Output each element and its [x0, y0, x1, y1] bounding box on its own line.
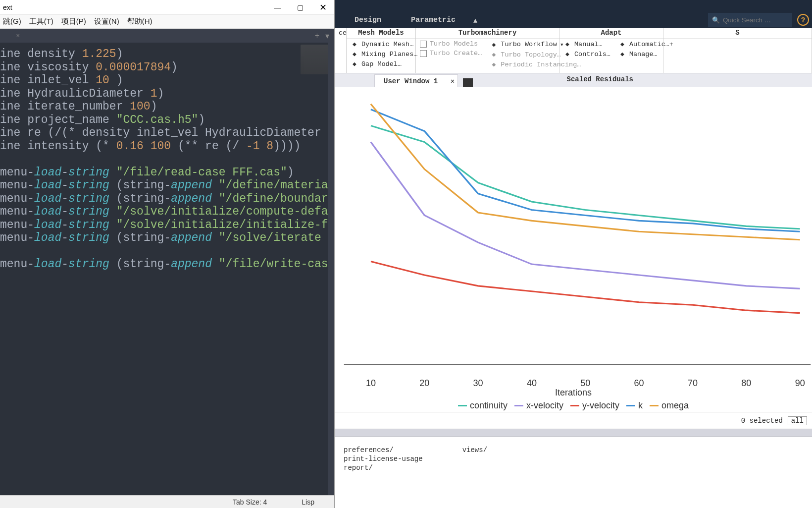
x-ticks: 102030405060708090: [335, 378, 812, 388]
plus-icon: +: [667, 40, 675, 48]
editor-tab[interactable]: ×: [0, 29, 25, 43]
tab-dropdown-icon[interactable]: ▾: [325, 31, 329, 41]
text-editor-window: ext — ▢ ✕ 跳(G) 工具(T) 项目(P) 设置(N) 帮助(H) ×…: [0, 0, 335, 508]
maximize-button[interactable]: ▢: [289, 0, 311, 15]
tui-cmd[interactable]: views/: [462, 446, 487, 454]
quick-search[interactable]: 🔍: [708, 13, 792, 27]
editor-tabrow: × + ▾: [0, 29, 334, 43]
x-axis-label: Iterations: [335, 388, 812, 398]
fluent-titlebar-area[interactable]: [335, 0, 812, 12]
fluent-tabbar: Design Parametric ▴ 🔍 ?: [335, 12, 812, 28]
console[interactable]: preferences/print-license-usagereport/ v…: [335, 437, 812, 508]
minimize-button[interactable]: —: [266, 0, 289, 15]
search-input[interactable]: [723, 16, 782, 24]
ribbon-item-manage-[interactable]: ◆Manage…: [618, 50, 669, 58]
selection-count: 0 selected: [741, 417, 783, 425]
selection-filter[interactable]: all: [788, 416, 807, 425]
close-icon[interactable]: ✕: [451, 77, 455, 85]
ribbon-item-turbo-models[interactable]: Turbo Models: [420, 40, 482, 48]
legend-k[interactable]: k: [626, 400, 643, 411]
add-button[interactable]: +: [667, 40, 675, 49]
console-grip[interactable]: [335, 429, 812, 437]
status-syntax[interactable]: Lisp: [302, 498, 314, 506]
editor-statusbar: Tab Size: 4 Lisp: [0, 495, 334, 508]
ctl-icon: ◆: [563, 50, 571, 58]
ribbon-item-turbo-create-[interactable]: Turbo Create…: [420, 49, 482, 57]
chart-plot[interactable]: 102030405060708090 Iterations continuity…: [335, 87, 812, 412]
group-turbomachinery: Turbomachinery: [416, 28, 559, 39]
gap-icon: ◆: [351, 60, 358, 68]
selection-bar: 0 selected all: [335, 412, 812, 429]
dyn-icon: ◆: [351, 40, 358, 48]
ribbon-item-gap-model-[interactable]: ◆Gap Model…: [351, 59, 417, 68]
new-tab-icon[interactable]: +: [315, 31, 319, 41]
editor-title: ext: [0, 3, 12, 11]
menu-settings[interactable]: 设置(N): [94, 17, 119, 26]
menu-help[interactable]: 帮助(H): [127, 17, 152, 26]
checkbox-icon[interactable]: [420, 50, 427, 57]
group-s: S: [663, 28, 812, 39]
scrollbar[interactable]: [328, 43, 334, 495]
graphics-tab-user-window[interactable]: User Window 1 ✕: [374, 74, 458, 87]
ribbon-item-mixing-planes-[interactable]: ◆Mixing Planes…: [351, 50, 417, 58]
tui-cmd[interactable]: preferences/: [344, 446, 423, 454]
wf-icon: ◆: [490, 41, 498, 49]
editor-menubar: 跳(G) 工具(T) 项目(P) 设置(N) 帮助(H): [0, 15, 334, 29]
editor-titlebar[interactable]: ext — ▢ ✕: [0, 0, 334, 15]
console-panel: preferences/print-license-usagereport/ v…: [335, 429, 812, 508]
ribbon-item-dynamic-mesh-[interactable]: ◆Dynamic Mesh…: [351, 40, 417, 49]
fluent-window: Design Parametric ▴ 🔍 ? ces Mesh Models …: [335, 0, 812, 508]
ribbon-item-controls-[interactable]: ◆Controls…: [563, 50, 610, 58]
legend-y-velocity[interactable]: y-velocity: [570, 400, 619, 411]
auto-icon: ◆: [618, 40, 626, 48]
group-adapt: Adapt: [559, 28, 663, 39]
mix-icon: ◆: [351, 50, 358, 58]
chart-title: Scaled Residuals: [567, 75, 633, 83]
chart-legend: continuityx-velocityy-velocitykomega: [335, 400, 812, 411]
tab-close-icon[interactable]: ×: [16, 32, 20, 39]
tui-cmd[interactable]: print-license-usage: [344, 455, 423, 463]
status-tab-size[interactable]: Tab Size: 4: [233, 498, 267, 506]
close-button[interactable]: ✕: [311, 0, 334, 15]
legend-omega[interactable]: omega: [650, 400, 689, 411]
chevron-up-icon[interactable]: ▴: [473, 15, 477, 25]
tab-parametric[interactable]: Parametric: [396, 16, 470, 24]
graphics-area: User Window 1 ✕ Scaled Residuals 1020304…: [335, 73, 812, 412]
man-icon: ◆: [563, 40, 571, 48]
ribbon: ces Mesh Models ◆Dynamic Mesh…◆Mixing Pl…: [335, 28, 812, 73]
tab-design[interactable]: Design: [340, 16, 396, 24]
legend-continuity[interactable]: continuity: [458, 400, 508, 411]
menu-tools[interactable]: 工具(T): [29, 17, 53, 26]
search-icon: 🔍: [712, 16, 720, 24]
code-area[interactable]: ine density 1.225)ine viscosity 0.000017…: [0, 43, 334, 495]
ribbon-item-manual-[interactable]: ◆Manual…: [563, 40, 610, 49]
mng-icon: ◆: [618, 50, 626, 58]
minimap[interactable]: [301, 45, 328, 74]
tt-icon: ◆: [490, 51, 498, 58]
checkbox-icon[interactable]: [420, 41, 427, 48]
group-mesh-models: Mesh Models: [347, 28, 415, 39]
graphics-tab-label: User Window 1: [384, 77, 438, 85]
graphics-thumbnail[interactable]: [463, 78, 473, 87]
pi-icon: ◆: [490, 60, 498, 68]
menu-project[interactable]: 项目(P): [61, 17, 86, 26]
ribbon-item-automatic-[interactable]: ◆Automatic…: [618, 40, 669, 49]
tui-cmd[interactable]: report/: [344, 464, 423, 472]
help-icon[interactable]: ?: [797, 14, 809, 26]
menu-goto[interactable]: 跳(G): [3, 17, 21, 26]
legend-x-velocity[interactable]: x-velocity: [514, 400, 563, 411]
